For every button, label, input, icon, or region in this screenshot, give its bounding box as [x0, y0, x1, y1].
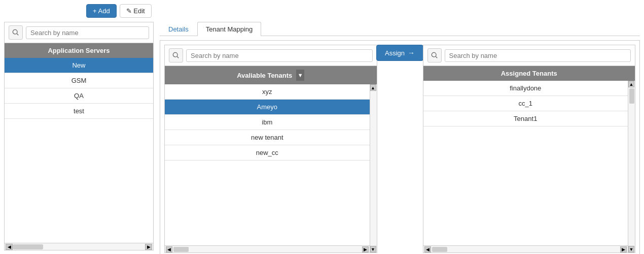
available-panel-scroll: xyzAmeyoibmnew tenantnew_cc ◀ ▶ ▲ — [165, 84, 377, 252]
assigned-scroll-thumb-v[interactable] — [629, 88, 634, 104]
available-tenants-header: Avaliable Tenants ▼ — [165, 66, 377, 84]
magnifier-icon-available — [172, 52, 180, 59]
table-row[interactable]: Tenant1 — [423, 111, 628, 126]
tabs-bar: Details Tenant Mapping — [160, 22, 640, 36]
available-scroll-right[interactable]: ▶ — [362, 246, 369, 252]
assigned-scroll-up[interactable]: ▲ — [628, 81, 634, 87]
left-table-body: NewGSMQAtest — [5, 58, 153, 243]
available-scrollbar-h: ◀ ▶ — [165, 245, 370, 252]
assigned-search-input[interactable] — [445, 49, 631, 62]
available-search-input[interactable] — [186, 49, 373, 62]
assigned-search-bar — [423, 45, 635, 66]
svg-point-4 — [432, 52, 436, 57]
left-scroll-left-arrow[interactable]: ◀ — [6, 244, 13, 250]
available-table-body: xyzAmeyoibmnew tenantnew_cc — [165, 84, 370, 245]
svg-line-3 — [177, 56, 178, 58]
toolbar: + Add ✎ Edit — [0, 0, 644, 22]
left-scroll-thumb[interactable] — [13, 244, 43, 249]
svg-point-0 — [13, 29, 17, 34]
svg-line-1 — [17, 34, 18, 35]
table-row[interactable]: QA — [5, 88, 153, 104]
left-scrollbar: ◀ ▶ — [5, 243, 153, 250]
assign-button[interactable]: Assign → — [376, 45, 423, 61]
available-search-bar — [165, 45, 377, 66]
table-row[interactable]: GSM — [5, 73, 153, 88]
available-scroll-up[interactable]: ▲ — [370, 84, 376, 91]
table-row[interactable]: New — [5, 58, 153, 73]
assigned-table-body: finallydonecc_1Tenant1 — [423, 81, 628, 245]
edit-button[interactable]: ✎ Edit — [120, 4, 152, 18]
left-search-input[interactable] — [26, 26, 149, 39]
tab-details[interactable]: Details — [160, 22, 197, 36]
tab-tenant-mapping[interactable]: Tenant Mapping — [197, 22, 262, 36]
left-scroll-right-arrow[interactable]: ▶ — [145, 244, 152, 250]
available-tenants-panel: Avaliable Tenants ▼ xyzAmeyoibmnew tenan… — [164, 45, 377, 253]
available-tenants-dropdown[interactable]: ▼ — [296, 70, 304, 81]
svg-point-2 — [173, 52, 177, 57]
assign-arrow-icon: → — [408, 49, 415, 57]
available-scroll-left[interactable]: ◀ — [166, 246, 172, 252]
table-row[interactable]: new tenant — [165, 130, 370, 145]
available-scrollbar-v: ▲ ▼ — [370, 84, 377, 252]
available-scroll-thumb[interactable] — [173, 247, 189, 252]
main-layout: Application Servers NewGSMQAtest ◀ ▶ Det… — [0, 22, 644, 250]
available-search-icon[interactable] — [169, 48, 183, 62]
tenant-mapping-area: Avaliable Tenants ▼ xyzAmeyoibmnew tenan… — [160, 40, 640, 254]
assigned-scrollbar-h: ◀ ▶ — [423, 245, 628, 252]
table-row[interactable]: xyz — [165, 84, 370, 100]
assigned-tenants-panel: Assigned Tenants finallydonecc_1Tenant1 … — [423, 45, 636, 253]
right-content: Details Tenant Mapping Avaliable Tena — [160, 22, 640, 250]
assigned-scroll-down[interactable]: ▼ — [628, 246, 634, 252]
left-panel: Application Servers NewGSMQAtest ◀ ▶ — [4, 22, 154, 250]
magnifier-icon — [12, 29, 19, 36]
assigned-scrollbar-v: ▲ ▼ — [628, 81, 635, 252]
left-table-header: Application Servers — [5, 43, 153, 58]
table-row[interactable]: Ameyo — [165, 100, 370, 115]
left-search-icon[interactable] — [9, 25, 23, 40]
svg-line-5 — [436, 56, 437, 58]
assigned-scroll-left[interactable]: ◀ — [424, 246, 431, 252]
assigned-search-icon[interactable] — [427, 48, 442, 62]
table-row[interactable]: ibm — [165, 115, 370, 130]
assigned-scroll-thumb[interactable] — [432, 247, 447, 252]
table-row[interactable]: new_cc — [165, 145, 370, 161]
left-search-bar — [5, 22, 153, 43]
add-button[interactable]: + Add — [86, 4, 117, 18]
table-row[interactable]: finallydone — [423, 81, 628, 96]
table-row[interactable]: cc_1 — [423, 96, 628, 111]
assign-area: Assign → — [377, 45, 423, 61]
assigned-tenants-header: Assigned Tenants — [423, 66, 635, 81]
magnifier-icon-assigned — [431, 52, 438, 59]
assigned-panel-scroll: finallydonecc_1Tenant1 ◀ ▶ ▲ — [423, 81, 635, 252]
assigned-scroll-right[interactable]: ▶ — [620, 246, 627, 252]
available-scroll-down[interactable]: ▼ — [370, 246, 376, 252]
table-row[interactable]: test — [5, 104, 153, 119]
